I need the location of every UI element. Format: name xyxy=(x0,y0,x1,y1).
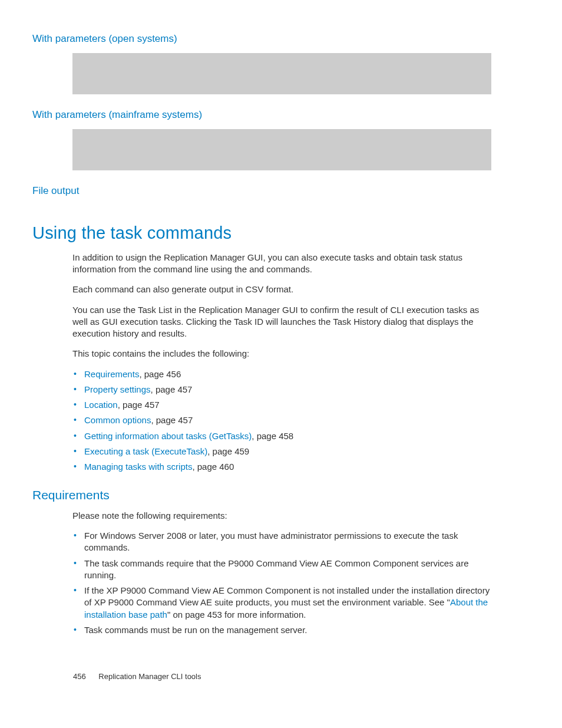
text-req2-mid1: environment variable. See " xyxy=(342,597,450,607)
toc-list: Requirements, page 456 Property settings… xyxy=(72,368,491,473)
heading-requirements: Requirements xyxy=(32,487,491,503)
text-page: , page 457 xyxy=(151,415,193,425)
page-number: 456 xyxy=(73,672,86,681)
text-page: , page 457 xyxy=(151,384,193,394)
link-location[interactable]: Location xyxy=(84,400,118,410)
heading-open-systems: With parameters (open systems) xyxy=(32,32,491,46)
text-page: , page 456 xyxy=(139,369,181,379)
link-gettasks[interactable]: Getting information about tasks (GetTask… xyxy=(84,431,252,441)
list-item: Property settings, page 457 xyxy=(72,384,491,396)
list-item: Managing tasks with scripts, page 460 xyxy=(72,461,491,473)
list-item: Common options, page 457 xyxy=(72,414,491,426)
link-executetask[interactable]: Executing a task (ExecuteTask) xyxy=(84,446,207,456)
text-page: , page 457 xyxy=(118,400,160,410)
text-intro-post: commands. xyxy=(266,264,312,274)
list-item: The task commands require that the P9000… xyxy=(72,558,491,582)
text-intro-mid: and xyxy=(249,264,266,274)
list-item: For Windows Server 2008 or later, you mu… xyxy=(72,530,491,554)
text-page: , page 458 xyxy=(252,431,293,441)
list-item: Task commands must be run on the managem… xyxy=(72,624,491,636)
heading-mainframe-systems: With parameters (mainframe systems) xyxy=(32,108,491,122)
link-property-settings[interactable]: Property settings xyxy=(84,384,151,394)
heading-using-task-commands: Using the task commands xyxy=(32,222,491,245)
heading-file-output: File output xyxy=(32,185,491,198)
list-item: Requirements, page 456 xyxy=(72,368,491,380)
text-page: , page 460 xyxy=(192,462,234,472)
footer-label: Replication Manager CLI tools xyxy=(98,672,201,681)
para-csv: Each command can also generate output in… xyxy=(72,284,491,295)
para-contains: This topic contains the includes the fol… xyxy=(72,348,491,360)
para-tasklist: You can use the Task List in the Replica… xyxy=(72,304,491,340)
list-item: Getting information about tasks (GetTask… xyxy=(72,430,491,442)
list-item: Executing a task (ExecuteTask), page 459 xyxy=(72,446,491,457)
text-req2-mid2: " on page 453 for more information. xyxy=(167,610,306,620)
list-item: If the XP P9000 Command View AE Common C… xyxy=(72,585,491,621)
para-req-intro: Please note the following requirements: xyxy=(72,510,491,522)
link-requirements[interactable]: Requirements xyxy=(84,369,139,379)
code-block-open-systems xyxy=(72,53,491,94)
para-intro: In addition to usign the Replication Man… xyxy=(72,252,491,276)
text-page: , page 459 xyxy=(207,446,249,456)
requirements-list: For Windows Server 2008 or later, you mu… xyxy=(72,530,491,636)
link-common-options[interactable]: Common options xyxy=(84,415,151,425)
list-item: Location, page 457 xyxy=(72,399,491,411)
link-managing-scripts[interactable]: Managing tasks with scripts xyxy=(84,462,192,472)
page-footer: 456 Replication Manager CLI tools xyxy=(73,671,201,682)
code-block-mainframe-systems xyxy=(72,129,491,170)
